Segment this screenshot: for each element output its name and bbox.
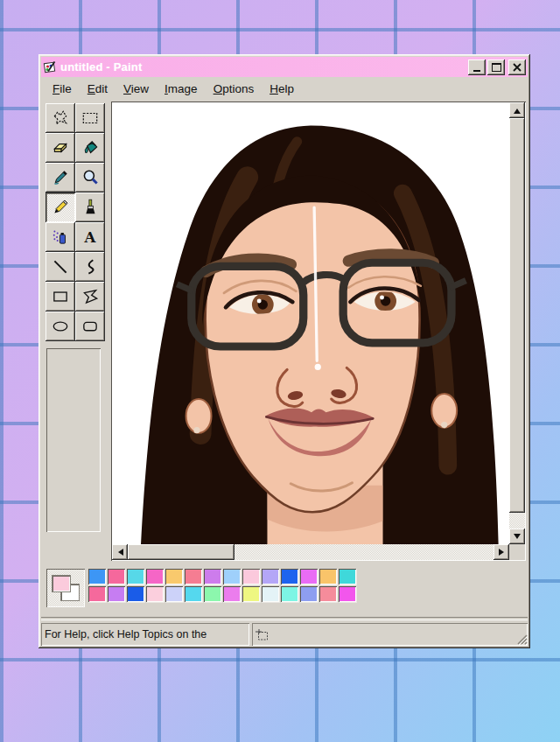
color-swatch[interactable] (108, 586, 126, 603)
color-swatch[interactable] (242, 569, 261, 585)
color-swatch[interactable] (281, 569, 299, 585)
horizontal-scrollbar[interactable] (112, 544, 509, 560)
color-swatch[interactable] (319, 569, 338, 585)
color-swatch[interactable] (185, 569, 203, 585)
color-grid (88, 569, 358, 604)
color-swatch[interactable] (108, 569, 126, 585)
paint-app-icon (43, 60, 57, 74)
line-tool[interactable] (46, 252, 75, 282)
menubar: File Edit View Image Options Help (41, 78, 528, 100)
close-button[interactable] (508, 60, 526, 75)
color-swatch[interactable] (146, 569, 164, 585)
svg-text:A: A (84, 229, 96, 246)
color-swatch[interactable] (223, 586, 242, 603)
current-colors-indicator (46, 569, 85, 607)
rectangle-icon (51, 287, 70, 306)
magnifier-tool[interactable] (75, 163, 105, 192)
color-swatch[interactable] (204, 586, 222, 603)
eyedropper-icon (51, 168, 70, 187)
color-swatch[interactable] (262, 586, 280, 603)
ellipse-icon (51, 317, 70, 336)
color-swatch[interactable] (339, 586, 357, 603)
brush-tool[interactable] (75, 192, 105, 222)
curve-tool[interactable] (75, 252, 105, 282)
desktop: { "background": { "gradient_start": "#c7… (0, 0, 560, 742)
foreground-color-box (52, 575, 71, 592)
fill-with-color-tool[interactable] (75, 133, 105, 163)
vertical-scroll-thumb[interactable] (509, 118, 525, 513)
color-swatch[interactable] (300, 586, 318, 603)
menu-help[interactable]: Help (262, 80, 302, 97)
color-swatch[interactable] (185, 586, 203, 603)
menu-options[interactable]: Options (206, 80, 262, 97)
drawing-canvas[interactable] (112, 102, 509, 544)
color-swatch[interactable] (146, 586, 164, 603)
polygon-tool[interactable] (75, 282, 105, 312)
selection-size-icon (255, 628, 270, 641)
color-swatch[interactable] (127, 569, 145, 585)
text-icon: A (80, 228, 100, 247)
color-swatch[interactable] (165, 569, 184, 585)
scroll-down-icon (514, 534, 521, 542)
free-form-select-tool[interactable] (46, 103, 75, 133)
free-form-select-icon (51, 108, 70, 128)
status-help-text: For Help, click Help Topics on the (41, 623, 249, 646)
maximize-icon (492, 63, 501, 72)
horizontal-scroll-thumb[interactable] (128, 544, 234, 560)
polygon-icon (80, 287, 100, 306)
rounded-rectangle-tool[interactable] (75, 312, 105, 341)
fill-bucket-icon (80, 138, 100, 158)
color-swatch[interactable] (88, 586, 107, 603)
pick-color-tool[interactable] (46, 163, 75, 192)
color-swatch[interactable] (88, 569, 107, 585)
select-tool[interactable] (75, 103, 105, 133)
color-swatch[interactable] (242, 586, 261, 603)
scroll-right-icon (499, 549, 508, 556)
vertical-scrollbar[interactable] (509, 102, 525, 544)
color-swatch[interactable] (223, 569, 242, 585)
canvas-frame (111, 102, 526, 561)
color-swatch[interactable] (300, 569, 318, 585)
rectangle-tool[interactable] (46, 282, 75, 312)
scroll-right-button[interactable] (494, 544, 509, 560)
color-swatch[interactable] (281, 586, 299, 603)
color-swatch[interactable] (165, 586, 184, 603)
close-icon (512, 63, 522, 72)
eraser-tool[interactable] (46, 133, 75, 163)
scroll-down-button[interactable] (509, 528, 525, 544)
scrollbar-corner (509, 544, 525, 560)
rounded-rectangle-icon (80, 317, 100, 336)
menu-file[interactable]: File (45, 80, 80, 97)
scroll-up-button[interactable] (509, 102, 525, 118)
color-swatch[interactable] (127, 586, 145, 603)
minimize-button[interactable] (468, 60, 486, 75)
window-title: untitled - Paint (60, 60, 468, 74)
color-swatch[interactable] (204, 569, 222, 585)
titlebar[interactable]: untitled - Paint (41, 57, 528, 77)
magnifier-icon (80, 168, 100, 187)
status-selection-panel (252, 623, 528, 646)
text-tool[interactable]: A (75, 222, 105, 252)
main-area: A (41, 102, 528, 561)
ellipse-tool[interactable] (46, 312, 75, 341)
scroll-left-button[interactable] (112, 544, 128, 560)
statusbar-divider (41, 617, 528, 620)
menu-image[interactable]: Image (157, 80, 206, 97)
color-swatch[interactable] (319, 586, 338, 603)
tool-options-box (46, 348, 101, 532)
scroll-left-icon (115, 549, 123, 556)
select-icon (80, 108, 100, 128)
resize-grip[interactable] (514, 632, 528, 645)
airbrush-tool[interactable] (46, 222, 75, 252)
minimize-icon (473, 70, 480, 72)
eraser-icon (51, 138, 70, 158)
brush-icon (80, 198, 100, 217)
menu-view[interactable]: View (116, 80, 157, 97)
color-swatch[interactable] (262, 569, 280, 585)
color-swatch[interactable] (339, 569, 357, 585)
menu-edit[interactable]: Edit (80, 80, 116, 97)
portrait-earring-left (193, 427, 200, 433)
maximize-button[interactable] (487, 60, 505, 75)
pencil-tool[interactable] (46, 192, 75, 222)
line-icon (51, 257, 70, 276)
